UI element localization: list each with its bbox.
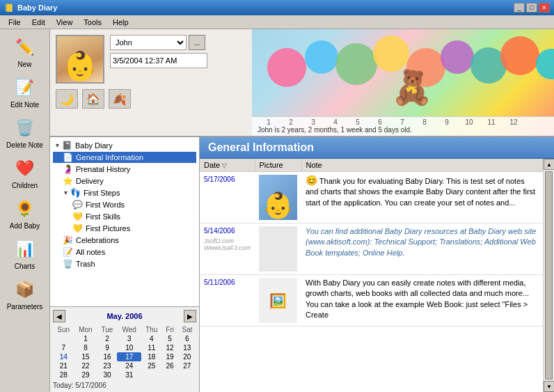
calendar-day[interactable]: 8 (74, 343, 97, 352)
calendar-day[interactable]: 27 (178, 361, 196, 370)
left-toolbar: ✏️ New 📝 Edit Note 🗑️ Delete Note ❤️ Chi… (0, 29, 50, 392)
tree-item-first-skills[interactable]: 💛 First Skills (53, 211, 196, 222)
calendar-day[interactable]: 23 (97, 361, 117, 370)
tree-item-general-info[interactable]: 📄 General Information (53, 152, 196, 163)
toolbar-charts[interactable]: 📊 Charts (3, 234, 47, 273)
calendar-day[interactable] (178, 370, 196, 379)
note-thumbnail-3: 🖼️ (259, 278, 297, 323)
moon-icon[interactable]: 🌙 (56, 89, 78, 109)
header-top-row: 👶 John ... (56, 35, 246, 84)
tree-item-prenatal[interactable]: 🤰 Prenatal History (53, 164, 196, 175)
calendar-day[interactable]: 9 (97, 343, 117, 352)
calendar-day[interactable]: 14 (53, 352, 74, 361)
calendar-day[interactable]: 17 (117, 352, 141, 361)
toolbar-edit-note[interactable]: 📝 Edit Note (3, 72, 47, 111)
calendar-day[interactable]: 11 (141, 343, 162, 352)
note-image-3: 🖼️ (255, 275, 301, 327)
calendar-day[interactable]: 1 (74, 334, 97, 343)
scroll-down-button[interactable]: ▼ (544, 381, 554, 392)
calendar-day[interactable]: 7 (53, 343, 74, 352)
calendar-day[interactable]: 31 (117, 370, 141, 379)
calendar-day[interactable]: 15 (74, 352, 97, 361)
calendar-day[interactable]: 10 (117, 343, 141, 352)
calendar-day[interactable]: 28 (53, 370, 74, 379)
menu-tools[interactable]: Tools (78, 17, 107, 28)
note-image-1: 👶 (255, 172, 301, 224)
home-icon[interactable]: 🏠 (82, 89, 104, 109)
calendar-day[interactable]: 4 (141, 334, 162, 343)
close-button[interactable]: ✕ (539, 3, 550, 13)
calendar-day[interactable]: 12 (162, 343, 178, 352)
calendar-day[interactable]: 5 (162, 334, 178, 343)
menu-edit[interactable]: Edit (26, 17, 51, 28)
scroll-up-button[interactable]: ▲ (544, 159, 554, 170)
toolbar-parameters[interactable]: 📦 Parameters (3, 274, 47, 313)
calendar-day[interactable]: 22 (74, 361, 97, 370)
tree-item-first-words[interactable]: 💬 First Words (53, 199, 196, 210)
calendar-day[interactable]: 6 (178, 334, 196, 343)
toolbar-new[interactable]: ✏️ New (3, 32, 47, 71)
calendar-day[interactable] (53, 334, 74, 343)
vertical-scrollbar[interactable]: ▲ ▼ (543, 159, 554, 392)
first-steps-toggle: ▼ (63, 189, 69, 196)
delete-note-icon: 🗑️ (13, 116, 38, 141)
tree-item-baby-diary[interactable]: ▼ 📓 Baby Diary (53, 140, 196, 151)
calendar-day[interactable]: 16 (97, 352, 117, 361)
cal-header-mon: Mon (74, 325, 97, 334)
browse-button[interactable]: ... (189, 35, 205, 50)
note-date-3: 5/11/2006 (200, 275, 255, 327)
baby-photo: 👶 (56, 35, 104, 84)
tree-panel: ▼ 📓 Baby Diary 📄 General Information 🤰 P… (50, 137, 200, 306)
menu-help[interactable]: Help (107, 17, 134, 28)
menu-view[interactable]: View (51, 17, 79, 28)
note-text-1: 😊 Thank you for evaluating Baby Diary. T… (301, 172, 543, 224)
title-bar-controls: _ □ ✕ (514, 3, 550, 13)
tree-item-all-notes[interactable]: 📝 All notes (53, 246, 196, 258)
age-bar: 1 2 3 4 5 6 7 8 9 10 11 12 John is 2 yea… (252, 116, 554, 136)
toolbar-add-baby[interactable]: 🌻 Add Baby (3, 194, 47, 233)
calendar-day[interactable]: 2 (97, 334, 117, 343)
cal-header-wed: Wed (117, 325, 141, 334)
calendar-day[interactable]: 29 (74, 370, 97, 379)
calendar-panel: ◀ May. 2006 ▶ Sun Mon Tue Wed (50, 306, 199, 392)
datetime-input[interactable] (110, 53, 207, 68)
tree-item-delivery[interactable]: ⭐ Delivery (53, 175, 196, 187)
calendar-prev-button[interactable]: ◀ (53, 310, 65, 322)
maximize-button[interactable]: □ (526, 3, 537, 13)
first-steps-icon: 👣 (70, 188, 81, 198)
calendar-day[interactable]: 19 (162, 352, 178, 361)
tree-item-first-steps[interactable]: ▼ 👣 First Steps (53, 187, 196, 198)
tree-item-trash[interactable]: 🗑️ Trash (53, 258, 196, 269)
calendar-day[interactable]: 3 (117, 334, 141, 343)
cal-header-sat: Sat (178, 325, 196, 334)
cal-header-fri: Fri (162, 325, 178, 334)
scroll-thumb[interactable] (545, 171, 553, 379)
cal-header-thu: Thu (141, 325, 162, 334)
toolbar-children[interactable]: ❤️ Children (3, 153, 47, 192)
tree-item-first-pictures[interactable]: 💛 First Pictures (53, 223, 196, 234)
baby-name-select[interactable]: John (110, 35, 187, 50)
calendar-next-button[interactable]: ▶ (184, 310, 196, 322)
app-icon: 📒 (4, 3, 14, 13)
menu-file[interactable]: File (3, 17, 26, 28)
tree-item-celebrations[interactable]: 🎉 Celebrations (53, 235, 196, 246)
toolbar-delete-note[interactable]: 🗑️ Delete Note (3, 113, 47, 152)
calendar-day[interactable]: 18 (141, 352, 162, 361)
first-words-icon: 💬 (72, 200, 83, 210)
name-input-row: John ... (110, 35, 207, 50)
calendar-day[interactable]: 26 (162, 361, 178, 370)
calendar-day[interactable]: 20 (178, 352, 196, 361)
calendar-day[interactable] (162, 370, 178, 379)
main-content-area: Date ▽ Picture Note 5/17/2006 (200, 159, 554, 392)
calendar-day[interactable]: 21 (53, 361, 74, 370)
notes-table: Date ▽ Picture Note 5/17/2006 (200, 159, 543, 327)
calendar-day[interactable]: 13 (178, 343, 196, 352)
calendar-day[interactable]: 25 (141, 361, 162, 370)
calendar-day[interactable] (141, 370, 162, 379)
calendar-day[interactable]: 30 (97, 370, 117, 379)
calendar-header: ◀ May. 2006 ▶ (53, 310, 196, 322)
minimize-button[interactable]: _ (514, 3, 525, 13)
title-bar-left: 📒 Baby Diary (4, 3, 57, 13)
leaf-icon[interactable]: 🍂 (109, 89, 131, 109)
calendar-day[interactable]: 24 (117, 361, 141, 370)
